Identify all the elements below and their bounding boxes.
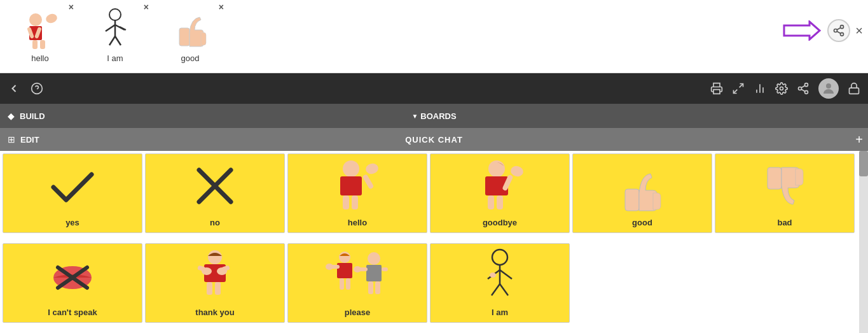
svg-point-4 (45, 12, 59, 24)
chart-button[interactable] (754, 82, 766, 95)
close-top-bar-button[interactable]: × (855, 24, 863, 38)
yes-label: yes (65, 218, 79, 227)
svg-rect-36 (850, 88, 859, 94)
goodbye-label: goodbye (483, 218, 517, 227)
grid-cell-goodbye[interactable]: goodbye (430, 153, 570, 233)
iam-grid-label: I am (492, 308, 508, 317)
fullscreen-button[interactable] (732, 82, 745, 95)
thankyou-image (146, 244, 284, 308)
svg-rect-5 (32, 40, 38, 49)
print-button[interactable] (710, 82, 723, 95)
close-good-button[interactable]: × (219, 3, 224, 11)
svg-rect-76 (375, 281, 380, 294)
edit-grid-icon: ⊞ (8, 134, 15, 145)
icantspeak-icon (38, 247, 107, 304)
good-grid-icon (607, 157, 677, 215)
svg-point-7 (109, 9, 121, 20)
svg-line-20 (837, 27, 841, 29)
grid-cell-good[interactable]: good (572, 153, 712, 233)
top-bar: × hello × (0, 0, 868, 73)
bad-label: bad (777, 218, 792, 227)
close-iam-button[interactable]: × (144, 3, 149, 11)
good-grid-image (573, 154, 712, 218)
svg-point-29 (780, 87, 783, 90)
svg-rect-43 (343, 195, 349, 209)
svg-point-56 (208, 250, 222, 264)
iam-image (90, 5, 141, 51)
svg-rect-40 (340, 176, 362, 195)
add-button[interactable]: + (855, 132, 863, 147)
svg-point-64 (339, 252, 350, 263)
iam-grid-image (431, 244, 569, 308)
build-bar: ◆ BUILD ▼ BOARDS (0, 104, 868, 128)
scrollbar[interactable] (859, 151, 868, 333)
edit-label: EDIT (20, 135, 39, 145)
svg-rect-71 (366, 265, 382, 281)
share-button[interactable] (827, 19, 850, 42)
svg-point-45 (488, 160, 505, 177)
back-button[interactable] (8, 82, 20, 95)
svg-rect-52 (768, 167, 782, 189)
svg-point-42 (364, 162, 379, 176)
share-icon (832, 24, 845, 37)
svg-point-31 (799, 87, 802, 90)
scrollbar-thumb[interactable] (859, 151, 868, 176)
grid-cell-no[interactable]: no (145, 153, 285, 233)
nav-bar (0, 73, 868, 104)
grid-cell-please[interactable]: please (287, 243, 427, 323)
svg-rect-65 (337, 263, 352, 278)
svg-rect-74 (382, 267, 388, 271)
avatar[interactable] (818, 78, 839, 99)
good-image (165, 5, 216, 51)
build-diamond-icon: ◆ (8, 111, 15, 121)
thankyou-label: thank you (195, 308, 234, 317)
grid-cell-bad[interactable]: bad (715, 153, 855, 233)
svg-line-9 (106, 25, 115, 31)
nav-share-button[interactable] (797, 82, 809, 95)
svg-point-35 (826, 83, 831, 89)
svg-line-82 (500, 284, 508, 295)
svg-point-83 (490, 273, 496, 278)
settings-button[interactable] (775, 82, 788, 95)
svg-rect-62 (207, 282, 212, 295)
selected-item-iam[interactable]: × I am (80, 3, 150, 63)
iam-icon (92, 6, 139, 50)
svg-point-77 (492, 250, 507, 265)
good-grid-label: good (632, 218, 652, 227)
hello-grid-image (288, 154, 427, 218)
please-label: please (345, 308, 370, 317)
svg-line-25 (734, 90, 738, 94)
close-hello-button[interactable]: × (69, 3, 74, 11)
svg-line-11 (109, 36, 115, 45)
grid-cell-iam[interactable]: I am (430, 243, 570, 323)
svg-point-0 (29, 13, 42, 26)
svg-rect-23 (713, 90, 720, 94)
svg-line-81 (492, 284, 500, 295)
hello-label: hello (31, 53, 48, 63)
svg-line-34 (801, 85, 805, 87)
svg-line-12 (115, 36, 121, 45)
boards-center[interactable]: ▼ BOARDS (411, 111, 456, 121)
grid-cell-yes[interactable]: yes (3, 153, 142, 233)
svg-point-32 (805, 90, 808, 94)
svg-point-18 (841, 32, 844, 36)
send-arrow-button[interactable] (782, 20, 822, 41)
help-button[interactable] (31, 82, 43, 95)
please-icon (319, 247, 396, 304)
no-label: no (210, 218, 220, 227)
grid-cell-thankyou[interactable]: thank you (145, 243, 285, 323)
svg-marker-15 (784, 22, 820, 39)
edit-bar: ⊞ EDIT QUICK CHAT + (0, 128, 868, 151)
iam-label: I am (107, 53, 123, 63)
grid-cell-hello[interactable]: hello (287, 153, 427, 233)
selected-item-good[interactable]: × good (155, 3, 225, 63)
lock-button[interactable] (848, 82, 860, 95)
good-label: good (181, 53, 200, 63)
selected-item-hello[interactable]: × hello (5, 3, 75, 63)
hello-image (15, 5, 65, 51)
nav-right-icons (710, 78, 860, 99)
svg-point-67 (326, 264, 333, 270)
goodbye-image (431, 154, 569, 218)
thankyou-icon (180, 247, 250, 304)
grid-cell-icantspeak[interactable]: I can't speak (3, 243, 142, 323)
